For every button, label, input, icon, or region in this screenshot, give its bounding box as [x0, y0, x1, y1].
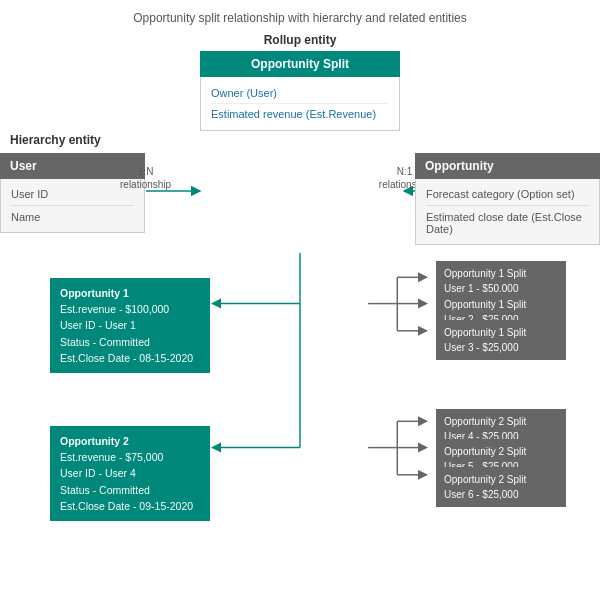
- hierarchy-field-2: Name: [11, 206, 134, 228]
- rollup-field-1: Owner (User): [211, 83, 389, 104]
- split3-line2: User 3 - $25,000: [444, 340, 558, 355]
- hierarchy-section-label: Hierarchy entity: [10, 133, 101, 147]
- hierarchy-field-1: User ID: [11, 183, 134, 206]
- opp2-line4: Status - Committed: [60, 482, 200, 498]
- rollup-box-title: Opportunity Split: [200, 51, 400, 77]
- page-title: Opportunity split relationship with hier…: [0, 0, 600, 33]
- bottom-section: Opportunity 1 Est.revenue - $100,000 Use…: [0, 253, 600, 610]
- opportunity-1-box: Opportunity 1 Est.revenue - $100,000 Use…: [50, 278, 210, 373]
- related-field-1: Forecast category (Option set): [426, 183, 589, 206]
- split3-line1: Opportunity 1 Split: [444, 325, 558, 340]
- split-box-3: Opportunity 1 Split User 3 - $25,000: [436, 320, 566, 360]
- rel-label-left: 1:N relationship: [120, 165, 171, 191]
- split5-line1: Opportunity 2 Split: [444, 444, 558, 459]
- opp2-line5: Est.Close Date - 09-15-2020: [60, 498, 200, 514]
- related-field-2: Estimated close date (Est.Close Date): [426, 206, 589, 240]
- rollup-box: Opportunity Split Owner (User) Estimated…: [200, 51, 400, 131]
- top-section: Rollup entity Opportunity Split Owner (U…: [0, 33, 600, 253]
- split4-line1: Opportunity 2 Split: [444, 414, 558, 429]
- rollup-section-label: Rollup entity: [264, 33, 337, 47]
- opportunity-2-box: Opportunity 2 Est.revenue - $75,000 User…: [50, 426, 210, 521]
- split2-line1: Opportunity 1 Split: [444, 297, 558, 312]
- opp1-line4: Status - Committed: [60, 334, 200, 350]
- related-box: Opportunity Forecast category (Option se…: [415, 153, 600, 245]
- rollup-box-body: Owner (User) Estimated revenue (Est.Reve…: [200, 77, 400, 131]
- opp1-line3: User ID - User 1: [60, 317, 200, 333]
- rollup-field-2: Estimated revenue (Est.Revenue): [211, 104, 389, 124]
- split6-line1: Opportunity 2 Split: [444, 472, 558, 487]
- split1-line1: Opportunity 1 Split: [444, 266, 558, 281]
- opp1-line5: Est.Close Date - 08-15-2020: [60, 350, 200, 366]
- opp2-line3: User ID - User 4: [60, 465, 200, 481]
- opp2-line1: Opportunity 2: [60, 433, 200, 449]
- related-box-body: Forecast category (Option set) Estimated…: [415, 179, 600, 245]
- opp1-line2: Est.revenue - $100,000: [60, 301, 200, 317]
- split6-line2: User 6 - $25,000: [444, 487, 558, 502]
- opp1-line1: Opportunity 1: [60, 285, 200, 301]
- split-box-6: Opportunity 2 Split User 6 - $25,000: [436, 467, 566, 507]
- opp2-line2: Est.revenue - $75,000: [60, 449, 200, 465]
- related-box-title: Opportunity: [415, 153, 600, 179]
